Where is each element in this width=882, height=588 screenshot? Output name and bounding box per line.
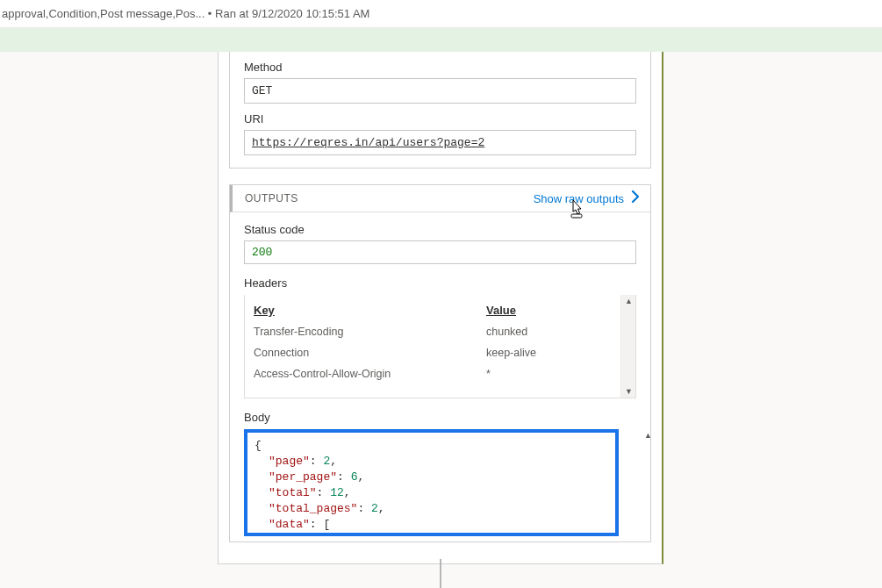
show-raw-label: Show raw outputs xyxy=(534,192,624,205)
header-value: keep-alive xyxy=(486,347,627,359)
body-json-line: "per_page": 6, xyxy=(255,470,608,485)
chevron-right-icon xyxy=(629,190,642,206)
flow-connector xyxy=(440,559,441,588)
body-json-line: "page": 2, xyxy=(255,454,608,470)
status-code-label: Status code xyxy=(244,223,636,236)
body-json-box[interactable]: {"page": 2,"per_page": 6,"total": 12,"to… xyxy=(244,429,619,536)
header-key: Transfer-Encoding xyxy=(254,326,486,338)
ran-at-text: Ran at 9/12/2020 10:15:51 AM xyxy=(215,7,369,20)
body-json-line: { xyxy=(255,533,608,536)
success-strip xyxy=(0,28,882,52)
uri-link[interactable]: https://reqres.in/api/users?page=2 xyxy=(252,136,484,149)
headers-table[interactable]: ▲ ▼ Key Value Transfer-Encoding chunked … xyxy=(244,295,636,398)
headers-label: Headers xyxy=(244,276,636,290)
breadcrumb-bar: approval,Condition,Post message,Pos... •… xyxy=(0,0,882,28)
header-key: Connection xyxy=(254,347,486,359)
body-json-line: "total": 12, xyxy=(255,485,608,501)
header-value: chunked xyxy=(486,326,627,338)
uri-value[interactable]: https://reqres.in/api/users?page=2 xyxy=(244,130,636,155)
header-value: * xyxy=(486,368,627,380)
headers-col-value: Value xyxy=(486,304,627,317)
body-json-line: "data": [ xyxy=(255,517,608,533)
show-raw-outputs-link[interactable]: Show raw outputs xyxy=(534,190,642,206)
header-key: Access-Control-Allow-Origin xyxy=(254,368,486,380)
status-code-value[interactable]: 200 xyxy=(244,240,636,264)
body-label: Body xyxy=(244,411,636,424)
method-label: Method xyxy=(244,61,636,74)
breadcrumb: approval,Condition,Post message,Pos... xyxy=(2,7,208,20)
table-row: Connection keep-alive xyxy=(254,343,627,364)
scroll-down-icon[interactable]: ▼ xyxy=(625,387,633,396)
table-row: Transfer-Encoding chunked xyxy=(254,322,627,343)
table-row: Access-Control-Allow-Origin * xyxy=(254,364,627,385)
headers-col-key: Key xyxy=(254,304,486,317)
scroll-up-icon[interactable]: ▲ xyxy=(625,297,633,305)
method-value[interactable]: GET xyxy=(244,78,636,104)
body-json-line: { xyxy=(255,438,608,454)
body-json-line: "total_pages": 2, xyxy=(255,501,608,517)
breadcrumb-separator: • xyxy=(208,7,212,20)
http-action-card: Method GET URI https://reqres.in/api/use… xyxy=(218,52,663,564)
outputs-heading: OUTPUTS xyxy=(245,192,298,204)
uri-label: URI xyxy=(244,112,636,125)
scroll-up-icon[interactable]: ▲ xyxy=(644,431,652,440)
